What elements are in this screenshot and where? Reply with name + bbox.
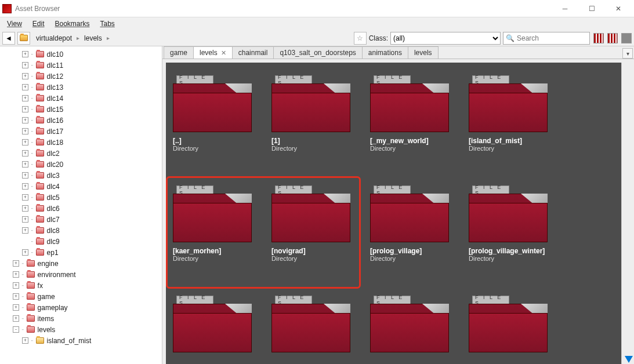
tree-expander[interactable]: + [22,227,28,234]
asset-folder[interactable]: F I L E S[prolog_village_winter]Director… [465,183,563,281]
menu-edit[interactable]: Edit [28,19,49,29]
asset-folder[interactable]: F I L E S[island_of_mist]Directory [465,73,563,170]
tree-expander[interactable]: + [22,62,28,68]
tree-expander[interactable]: + [13,282,19,289]
tree-expander[interactable]: + [22,117,28,123]
back-button[interactable]: ◄ [2,32,15,45]
folder-open-button[interactable] [17,32,30,45]
tree-item[interactable]: +··engine [0,258,162,269]
asset-folder[interactable]: F I L E S [268,293,365,364]
menu-bookmarks[interactable]: Bookmarks [50,19,94,29]
tree-expander[interactable]: + [22,139,28,145]
tree-expander[interactable]: + [22,95,28,101]
tree-expander[interactable]: + [22,106,28,112]
tree-item[interactable]: +··dlc8 [0,225,162,236]
tree-item[interactable]: +··dlc20 [0,159,162,170]
asset-folder[interactable]: F I L E S[..]Directory [169,73,267,170]
tab-close-icon[interactable]: ✕ [221,49,226,57]
menu-view[interactable]: View [2,19,27,29]
tree-expander[interactable]: + [22,249,28,256]
tree-item-label: dlc13 [47,83,64,92]
folder-icon [36,161,44,168]
tree-item[interactable]: +··dlc3 [0,170,162,181]
tab[interactable]: animations [362,46,408,59]
tree-item[interactable]: -··levels [0,324,162,335]
asset-folder[interactable]: F I L E S[_my_new_world]Directory [367,73,464,170]
tree-expander[interactable]: - [13,326,19,333]
view-mode-1-button[interactable] [593,33,604,43]
tree-item[interactable]: +··items [0,313,162,324]
class-select[interactable]: (all) [390,32,501,45]
tree-expander[interactable]: + [22,337,28,344]
scrollbar-vertical[interactable] [621,63,631,364]
tree-expander[interactable]: + [22,194,28,201]
tree-expander[interactable]: + [22,205,28,212]
tree-item[interactable]: ··dlc9 [0,236,162,247]
search-input[interactable] [517,34,581,42]
tree-item[interactable]: +··dlc10 [0,49,162,60]
asset-folder[interactable]: F I L E S [465,293,563,364]
tree-guide: ·· [31,73,33,79]
minimize-button[interactable]: ─ [552,0,578,17]
favorite-button[interactable]: ☆ [354,32,367,45]
tree-item-label: dlc11 [47,61,64,70]
tree-item[interactable]: +··dlc6 [0,203,162,214]
tree-item[interactable]: +··gameplay [0,302,162,313]
tree-expander[interactable]: + [22,183,28,190]
tab[interactable]: levels [408,46,439,59]
tree-expander[interactable]: + [22,84,28,90]
breadcrumb-seg[interactable]: virtualdepot [36,34,72,42]
tree-item[interactable]: +··dlc11 [0,60,162,71]
tree-item[interactable]: +··dlc14 [0,93,162,104]
tab[interactable]: game [164,46,194,59]
menu-tabs[interactable]: Tabs [96,19,119,29]
tree-expander[interactable]: + [22,150,28,156]
close-button[interactable]: ✕ [605,0,632,17]
tree-view[interactable]: +··dlc10+··dlc11+··dlc12+··dlc13+··dlc14… [0,46,162,364]
asset-folder[interactable]: F I L E S[1]Directory [268,73,365,170]
tree-expander[interactable]: + [13,293,19,300]
tree-expander[interactable]: + [22,51,28,57]
tree-item[interactable]: +··island_of_mist [0,335,162,346]
tree-expander[interactable]: + [22,128,28,134]
asset-folder[interactable]: F I L E S[kaer_morhen]Directory [169,183,267,281]
tree-item[interactable]: +··dlc17 [0,126,162,137]
view-mode-2-button[interactable] [607,33,618,43]
asset-folder[interactable]: F I L E S [367,293,464,364]
tree-item[interactable]: +··dlc4 [0,181,162,192]
tree-item[interactable]: +··dlc13 [0,82,162,93]
tree-expander[interactable]: + [13,271,19,278]
maximize-button[interactable]: ☐ [578,0,605,17]
folder-icon [27,326,35,333]
tree-item[interactable]: +··dlc5 [0,192,162,203]
tree-expander[interactable]: + [22,73,28,79]
tree-item[interactable]: +··fx [0,280,162,291]
tree-item[interactable]: +··dlc12 [0,71,162,82]
tree-item[interactable]: +··dlc7 [0,214,162,225]
tree-item[interactable]: +··game [0,291,162,302]
breadcrumb-seg[interactable]: levels [84,34,102,42]
tree-expander[interactable]: + [22,172,28,179]
tree-item[interactable]: +··dlc15 [0,104,162,115]
tree-expander[interactable]: + [13,260,19,267]
asset-folder[interactable]: F I L E S[prolog_village]Directory [367,183,464,281]
breadcrumb[interactable]: virtualdepot ▸ levels ▸ [32,34,113,42]
tree-expander[interactable]: + [22,161,28,168]
main: +··dlc10+··dlc11+··dlc12+··dlc13+··dlc14… [0,46,634,364]
tree-expander[interactable]: + [13,315,19,322]
view-mode-3-button[interactable] [621,33,632,43]
tab[interactable]: q103_salt_on_doorsteps [273,46,362,59]
tree-expander[interactable]: + [22,216,28,223]
tree-expander[interactable]: + [13,304,19,311]
tab-overflow-button[interactable]: ▾ [622,48,633,59]
tree-item[interactable]: +··dlc2 [0,148,162,159]
tree-item[interactable]: +··environment [0,269,162,280]
asset-grid[interactable]: 游民攻略组 Wioud ▶ F I L E S[..]DirectoryF I … [166,63,621,364]
asset-folder[interactable]: F I L E S [169,293,267,364]
tab[interactable]: levels✕ [193,46,233,59]
tree-item[interactable]: +··dlc18 [0,137,162,148]
tab[interactable]: chainmail [232,46,274,59]
asset-folder[interactable]: F I L E S[novigrad]Directory [268,183,365,281]
tree-item[interactable]: +··dlc16 [0,115,162,126]
tree-item[interactable]: +··ep1 [0,247,162,258]
